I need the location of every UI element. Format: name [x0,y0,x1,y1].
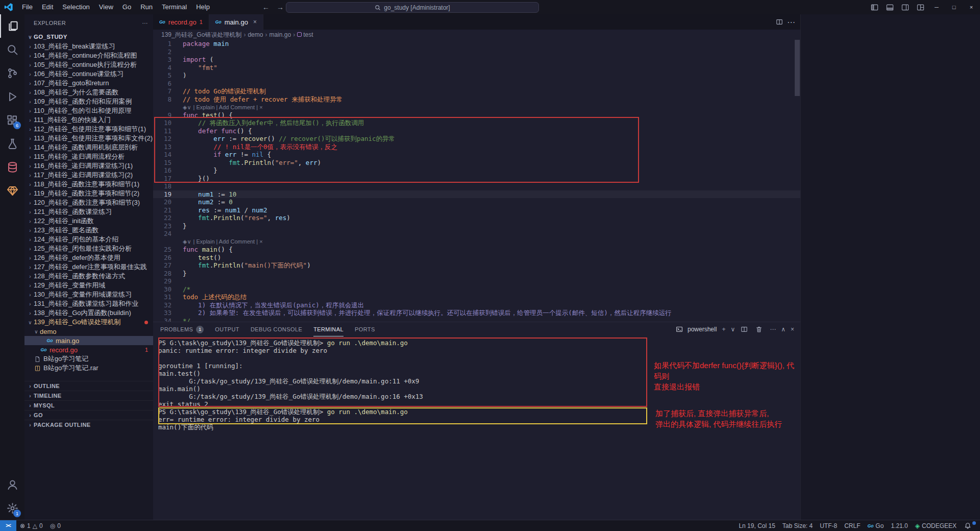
close-button[interactable]: × [963,0,980,14]
terminal-dropdown-icon[interactable]: ∨ [730,326,735,333]
tree-folder[interactable]: ›107_尚硅谷_goto和return [24,79,153,88]
menu-go[interactable]: Go [118,0,136,14]
port-status[interactable]: ◎ 0 [46,520,64,531]
tree-folder[interactable]: ›106_尚硅谷_continue课堂练习 [24,69,153,79]
status-codegeex[interactable]: ◈CODEGEEX [912,520,960,531]
section-timeline[interactable]: ›TIMELINE [24,391,153,400]
tree-folder[interactable]: ›120_尚硅谷_函数注意事项和细节(3) [24,198,153,207]
tree-file[interactable]: Gomain.go [24,336,153,345]
new-terminal-icon[interactable]: + [722,326,725,333]
tree-file[interactable]: B站go学习笔记.rar [24,364,153,373]
toggle-sidebar-icon[interactable] [867,0,882,14]
section-mysql[interactable]: ›MYSQL [24,400,153,410]
editor-scrollbar[interactable] [794,40,800,322]
status-indentation[interactable]: Tab Size: 4 [779,520,816,531]
breadcrumb-item[interactable]: 139_尚硅谷_Go错误处理机制 [161,31,241,39]
activity-gem[interactable] [0,179,24,202]
activity-account[interactable] [0,473,24,496]
activity-source-control[interactable] [0,61,24,85]
nav-forward-icon[interactable]: → [277,3,284,11]
section-outline[interactable]: ›OUTLINE [24,381,153,391]
editor-more-actions-icon[interactable]: ⋯ [787,17,795,27]
tree-folder[interactable]: ›117_尚硅谷_递归调用课堂练习(2) [24,171,153,180]
kill-terminal-icon[interactable] [755,326,763,333]
codelens[interactable]: ◈∨| Explain | Add Comment | × [177,238,263,246]
tab-record-go[interactable]: Gorecord.go1 [153,14,209,30]
menu-edit[interactable]: Edit [37,0,58,14]
activity-search[interactable] [0,38,24,61]
tree-folder[interactable]: ›123_尚硅谷_匿名函数 [24,226,153,235]
tree-folder[interactable]: ›122_尚硅谷_init函数 [24,216,153,226]
tree-folder[interactable]: ›116_尚硅谷_递归调用课堂练习(1) [24,161,153,171]
nav-back-icon[interactable]: ← [262,3,270,11]
tree-folder[interactable]: ›113_尚硅谷_包使用注意事项和库文件(2) [24,134,153,143]
split-terminal-icon[interactable] [740,326,748,333]
notifications-bell[interactable] [960,520,977,531]
tree-file[interactable]: Gorecord.go1 [24,345,153,354]
panel-tab-output[interactable]: OUTPUT [215,322,239,336]
tab-main-go[interactable]: Gomain.go× [209,14,263,30]
codelens-label[interactable]: | Explain | Add Comment | × [193,104,263,111]
activity-settings[interactable]: 1 [0,496,24,520]
tree-folder[interactable]: ∨139_尚硅谷_Go错误处理机制 [24,318,153,327]
breadcrumb-item[interactable]: demo [248,31,263,38]
command-center-search[interactable]: go_study [Administrator] [286,2,539,13]
activity-extensions[interactable]: 6 [0,108,24,132]
menu-file[interactable]: File [17,0,37,14]
tree-folder[interactable]: ›121_尚硅谷_函数课堂练习 [24,207,153,216]
tree-folder[interactable]: ›110_尚硅谷_包的引出和使用原理 [24,106,153,115]
tree-folder[interactable]: ›103_尚硅谷_break课堂练习 [24,42,153,51]
maximize-panel-icon[interactable]: ∧ [781,326,786,333]
remote-indicator[interactable]: >< [0,520,16,531]
codelens-label[interactable]: | Explain | Add Comment | × [193,238,263,245]
breadcrumb-item[interactable]: main.go [269,31,291,38]
menu-help[interactable]: Help [191,0,214,14]
workspace-root[interactable]: ∨ GO_STUDY [24,32,153,42]
tree-folder[interactable]: ›128_尚硅谷_函数参数传递方式 [24,272,153,281]
activity-run-debug[interactable] [0,85,24,108]
panel-more-icon[interactable]: ⋯ [770,326,776,333]
menu-view[interactable]: View [94,0,118,14]
panel-tab-problems[interactable]: PROBLEMS1 [160,322,204,336]
editor-scrollbar-thumb[interactable] [795,40,800,96]
tree-folder[interactable]: ›114_尚硅谷_函数调用机制底层剖析 [24,143,153,152]
tree-folder[interactable]: ›109_尚硅谷_函数介绍和应用案例 [24,97,153,106]
tree-folder[interactable]: ›129_尚硅谷_变量作用域 [24,281,153,290]
code-editor[interactable]: 1package main23import (4 "fmt"5)67// tod… [153,40,800,322]
breadcrumb-item[interactable]: test [297,31,313,38]
menu-selection[interactable]: Selection [58,0,94,14]
tree-folder[interactable]: ›126_尚硅谷_defer的基本使用 [24,253,153,262]
breadcrumb[interactable]: 139_尚硅谷_Go错误处理机制›demo›main.go›test [153,30,800,40]
tree-folder[interactable]: ›138_尚硅谷_Go内置函数(buildin) [24,308,153,318]
tree-folder[interactable]: ›112_尚硅谷_包使用注意事项和细节(1) [24,125,153,134]
status-encoding[interactable]: UTF-8 [816,520,841,531]
activity-explorer[interactable] [0,14,24,38]
shell-selector[interactable]: powershell [675,326,717,333]
tree-folder[interactable]: ›130_尚硅谷_变量作用域课堂练习 [24,290,153,299]
panel-tab-terminal[interactable]: TERMINAL [313,322,344,336]
problems-status[interactable]: ⊗ 1 △ 0 [16,520,46,531]
tree-folder[interactable]: ›105_尚硅谷_continue执行流程分析 [24,60,153,69]
tree-folder[interactable]: ›131_尚硅谷_函数课堂练习题和作业 [24,299,153,308]
status-cursor-position[interactable]: Ln 19, Col 15 [735,520,778,531]
terminal-view[interactable]: PS G:\task\go_study\139_尚硅谷_Go错误处理机制> go… [153,336,800,520]
tree-folder[interactable]: ›127_尚硅谷_defer注意事项和最佳实践 [24,262,153,272]
tree-file[interactable]: B站go学习笔记 [24,354,153,364]
close-tab-icon[interactable]: × [253,18,257,26]
tree-folder[interactable]: ›104_尚硅谷_continue介绍和流程图 [24,51,153,60]
tree-folder[interactable]: ›125_尚硅谷_闭包最佳实践和分析 [24,244,153,253]
toggle-secondary-sidebar-icon[interactable] [897,0,913,14]
close-panel-icon[interactable]: × [791,326,794,333]
section-package-outline[interactable]: ›PACKAGE OUTLINE [24,420,153,429]
toggle-panel-icon[interactable] [882,0,897,14]
tree-folder[interactable]: ›111_尚硅谷_包的快速入门 [24,115,153,125]
activity-testing[interactable] [0,132,24,155]
menu-run[interactable]: Run [136,0,157,14]
status-go-version[interactable]: 1.21.0 [887,520,911,531]
tree-folder[interactable]: ›119_尚硅谷_函数注意事项和细节(2) [24,189,153,198]
minimize-button[interactable]: ─ [928,0,945,14]
tree-folder[interactable]: ›124_尚硅谷_闭包的基本介绍 [24,235,153,244]
panel-tab-ports[interactable]: PORTS [355,322,375,336]
customize-layout-icon[interactable] [913,0,928,14]
tree-folder[interactable]: ›108_尚硅谷_为什么需要函数 [24,88,153,97]
